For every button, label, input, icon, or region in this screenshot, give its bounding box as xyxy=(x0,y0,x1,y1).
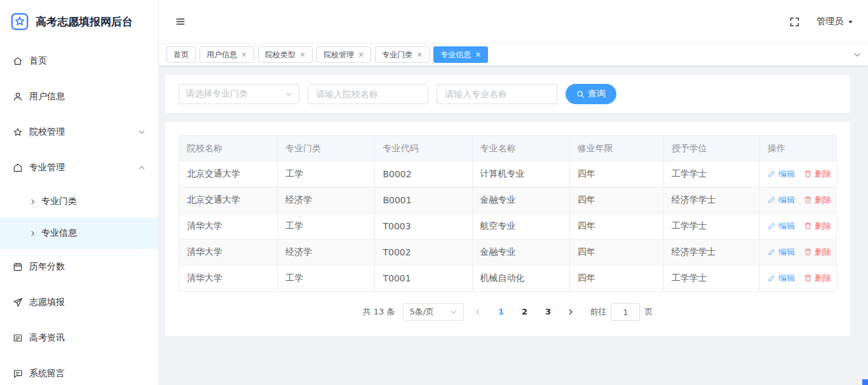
table-row: 北京交通大学 工学 B0002 计算机专业 四年 工学学士 编辑删除 xyxy=(179,161,837,187)
close-icon[interactable]: × xyxy=(475,51,481,58)
next-page-button[interactable] xyxy=(562,303,579,321)
major-category-select[interactable]: 请选择专业门类 xyxy=(179,84,299,104)
cell-major-name: 航空专业 xyxy=(472,213,569,240)
page-number-2[interactable]: 2 xyxy=(515,303,533,321)
cell-duration: 四年 xyxy=(569,161,663,187)
cell-category: 经济学 xyxy=(278,240,375,266)
chevron-down-icon xyxy=(285,90,292,98)
column-header-code: 专业代码 xyxy=(375,136,472,161)
trash-icon xyxy=(804,222,812,230)
cell-actions: 编辑删除 xyxy=(759,187,836,213)
cell-category: 工学 xyxy=(278,266,375,292)
tab-home[interactable]: 首页 xyxy=(166,46,196,63)
search-icon xyxy=(576,90,585,98)
cell-code: B0001 xyxy=(375,187,472,213)
fullscreen-icon[interactable] xyxy=(789,17,800,27)
tabs-dropdown-icon[interactable] xyxy=(853,50,862,59)
pagination: 共 13 条 5条/页 1 2 3 前往 xyxy=(179,303,837,321)
edit-button[interactable]: 编辑 xyxy=(768,273,795,284)
cell-category: 经济学 xyxy=(278,187,375,213)
tab-college-type[interactable]: 院校类型 × xyxy=(258,46,313,63)
cell-category: 工学 xyxy=(278,161,375,187)
column-header-degree: 授予学位 xyxy=(663,136,759,161)
cell-duration: 四年 xyxy=(569,240,663,266)
calendar-icon xyxy=(13,262,23,272)
sidebar-item-label: 院校管理 xyxy=(29,126,132,138)
star-icon xyxy=(13,127,23,137)
table-header-row: 院校名称 专业门类 专业代码 专业名称 修业年限 授予学位 操作 xyxy=(179,136,837,161)
tab-major-info[interactable]: 专业信息 × xyxy=(433,46,488,63)
sidebar-item-historical-scores[interactable]: 历年分数 xyxy=(0,249,158,285)
news-icon xyxy=(13,333,23,343)
delete-button[interactable]: 删除 xyxy=(804,220,831,232)
search-button-label: 查询 xyxy=(588,88,606,100)
delete-button[interactable]: 删除 xyxy=(804,168,831,180)
close-icon[interactable]: × xyxy=(299,51,306,58)
sidebar-item-user-info[interactable]: 用户信息 xyxy=(0,79,158,114)
sidebar-item-system-messages[interactable]: 系统留言 xyxy=(0,356,158,385)
sidebar-item-label: 专业管理 xyxy=(29,162,132,173)
sidebar-item-label: 系统留言 xyxy=(29,368,146,379)
cell-actions: 编辑删除 xyxy=(759,161,836,187)
delete-button[interactable]: 删除 xyxy=(804,247,831,258)
scrollbar-thumb[interactable] xyxy=(862,379,868,385)
sidebar-item-volunteer-filling[interactable]: 志愿填报 xyxy=(0,285,158,320)
sidebar-collapse-icon[interactable] xyxy=(175,17,186,27)
goto-page-input[interactable] xyxy=(611,303,640,321)
delete-button[interactable]: 删除 xyxy=(804,194,831,206)
sidebar-item-college-management[interactable]: 院校管理 xyxy=(0,114,158,150)
table-row: 清华大学 经济学 T0002 金融专业 四年 经济学学士 编辑删除 xyxy=(179,240,837,266)
trash-icon xyxy=(804,196,812,204)
page-number-3[interactable]: 3 xyxy=(539,303,557,321)
edit-button[interactable]: 编辑 xyxy=(768,194,795,206)
chevron-right-icon xyxy=(29,198,36,205)
sidebar-menu: 首页 用户信息 院校管理 专业管理 专业门类 专业信息 xyxy=(0,43,158,385)
cell-major-name: 金融专业 xyxy=(472,187,569,213)
sidebar-item-gaokao-news[interactable]: 高考资讯 xyxy=(0,320,158,356)
prev-page-button[interactable] xyxy=(470,303,486,321)
cell-actions: 编辑删除 xyxy=(759,240,836,266)
sidebar-item-major-management[interactable]: 专业管理 xyxy=(0,150,158,186)
edit-button[interactable]: 编辑 xyxy=(768,168,795,180)
filter-panel: 请选择专业门类 查询 xyxy=(165,75,850,113)
page-size-select[interactable]: 5条/页 xyxy=(403,303,464,321)
user-menu[interactable]: 管理员 xyxy=(817,16,854,27)
edit-button[interactable]: 编辑 xyxy=(768,247,795,258)
close-icon[interactable]: × xyxy=(416,51,423,58)
sidebar-subitem-major-category[interactable]: 专业门类 xyxy=(0,186,158,217)
page-content: 请选择专业门类 查询 xyxy=(159,66,868,385)
tab-label: 院校管理 xyxy=(323,50,354,60)
goto-suffix-label: 页 xyxy=(644,306,653,318)
cell-code: T0002 xyxy=(375,240,472,266)
close-icon[interactable]: × xyxy=(358,51,364,58)
edit-button[interactable]: 编辑 xyxy=(768,220,795,232)
tab-major-category[interactable]: 专业门类 × xyxy=(375,46,430,63)
cell-major-name: 金融专业 xyxy=(472,240,569,266)
sidebar-item-home[interactable]: 首页 xyxy=(0,43,158,79)
trash-icon xyxy=(804,274,812,282)
search-button[interactable]: 查询 xyxy=(566,84,616,104)
pencil-icon xyxy=(768,222,776,230)
header-actions: 管理员 xyxy=(789,16,854,27)
delete-button[interactable]: 删除 xyxy=(804,273,831,284)
sidebar-subitem-major-info[interactable]: 专业信息 xyxy=(0,217,158,249)
house-icon xyxy=(13,163,23,173)
chevron-up-icon xyxy=(138,164,146,172)
tab-label: 用户信息 xyxy=(207,50,237,60)
goto-label: 前往 xyxy=(590,306,606,318)
close-icon[interactable]: × xyxy=(241,51,247,58)
major-name-input[interactable] xyxy=(437,84,557,104)
chat-icon xyxy=(13,368,23,379)
chevron-left-icon xyxy=(474,308,482,316)
cell-major-name: 机械自动化 xyxy=(472,266,569,292)
cell-degree: 经济学学士 xyxy=(663,187,759,213)
tab-user-info[interactable]: 用户信息 × xyxy=(200,46,254,63)
page-number-1[interactable]: 1 xyxy=(492,303,510,321)
table-row: 清华大学 工学 T0001 机械自动化 四年 工学学士 编辑删除 xyxy=(179,266,837,292)
tab-college-management[interactable]: 院校管理 × xyxy=(316,46,371,63)
cell-major-name: 计算机专业 xyxy=(472,161,569,187)
goto-page: 前往 页 xyxy=(590,303,653,321)
cell-code: T0001 xyxy=(375,266,472,292)
sidebar-item-label: 高考资讯 xyxy=(29,332,146,344)
college-name-input[interactable] xyxy=(308,84,428,104)
